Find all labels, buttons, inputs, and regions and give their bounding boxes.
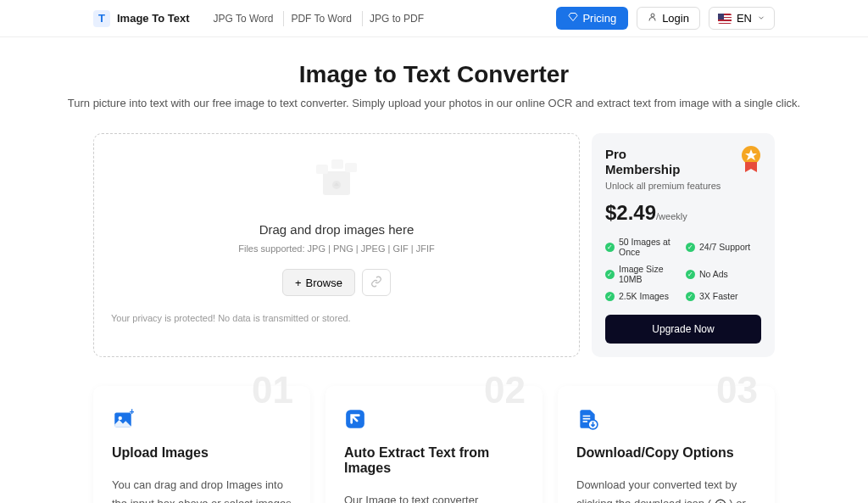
user-icon [648,12,658,25]
svg-text:+: + [130,408,134,416]
check-icon: ✓ [686,270,695,279]
language-selector[interactable]: EN [709,7,775,30]
check-icon: ✓ [605,292,615,301]
step-upload: 01 + Upload Images You can drag and drop… [93,386,310,503]
page-title: Image to Text Converter [0,61,868,88]
logo-text: Image To Text [117,12,189,25]
cursor-extract-icon [344,408,366,430]
svg-rect-6 [331,159,343,169]
plus-icon: + [295,277,302,289]
feature-item: ✓No Ads [686,264,761,284]
feature-item: ✓50 Images at Once [605,237,681,257]
download-inline-icon [715,499,726,503]
flag-icon [718,14,732,24]
login-label: Login [662,12,689,25]
main-row: Drag and drop images here Files supporte… [0,133,868,357]
browse-label: Browse [306,277,342,289]
upload-illustration-icon [311,159,362,202]
membership-price: $2.49/weekly [605,201,761,225]
pricing-label: Pricing [582,12,616,25]
feature-item: ✓2.5K Images [605,291,681,301]
hero: Image to Text Converter Turn picture int… [0,37,868,123]
browse-button[interactable]: + Browse [282,269,355,296]
nav-pdf-to-word[interactable]: PDF To Word [283,11,359,26]
logo-icon: T [93,10,110,27]
step-description: Our Image to text converter automaticall… [344,491,524,503]
membership-subtitle: Unlock all premium features [605,181,761,191]
link-icon [370,276,382,290]
step-description: You can drag and drop Images into the in… [112,476,292,503]
step-title: Download/Copy Options [576,445,756,461]
check-icon: ✓ [686,292,695,301]
step-title: Upload Images [112,445,292,461]
drop-text: Drag and drop images here [111,222,562,237]
page-subtitle: Turn picture into text with our free ima… [0,97,868,109]
feature-item: ✓3X Faster [686,291,761,301]
step-number: 01 [252,369,293,411]
step-download: 03 Download/Copy Options Download your c… [558,386,775,503]
link-button[interactable] [362,269,391,296]
membership-title: Pro Membership [605,147,761,177]
step-title: Auto Extract Text from Images [344,445,524,476]
feature-item: ✓24/7 Support [686,237,761,257]
svg-point-0 [651,14,654,17]
privacy-text: Your privacy is protected! No data is tr… [111,313,562,323]
feature-item: ✓Image Size 10MB [605,264,681,284]
pricing-button[interactable]: Pricing [556,7,628,30]
nav-jpg-to-pdf[interactable]: JPG to PDF [362,11,431,26]
step-number: 02 [484,369,526,411]
feature-list: ✓50 Images at Once ✓24/7 Support ✓Image … [605,237,761,301]
header-left: T Image To Text JPG To Word PDF To Word … [93,10,431,27]
login-button[interactable]: Login [637,7,700,30]
svg-rect-14 [583,418,591,420]
check-icon: ✓ [686,243,695,252]
diamond-icon [568,12,578,25]
nav-links: JPG To Word PDF To Word JPG to PDF [206,11,431,26]
check-icon: ✓ [605,270,615,279]
step-description: Download your converted text by clicking… [576,476,756,503]
svg-rect-13 [583,416,591,417]
upload-buttons: + Browse [111,269,562,296]
header-right: Pricing Login EN [556,7,775,30]
membership-card: Pro Membership Unlock all premium featur… [592,133,775,357]
upgrade-button[interactable]: Upgrade Now [605,315,761,344]
svg-rect-15 [583,421,587,422]
upload-dropzone[interactable]: Drag and drop images here Files supporte… [93,133,580,357]
logo[interactable]: T Image To Text [93,10,189,27]
step-extract: 02 Auto Extract Text from Images Our Ima… [326,386,542,503]
lang-label: EN [737,12,752,25]
formats-text: Files supported: JPG | PNG | JPEG | GIF … [111,243,562,254]
upload-image-icon: + [112,408,134,430]
header: T Image To Text JPG To Word PDF To Word … [0,0,868,37]
steps-row: 01 + Upload Images You can drag and drop… [0,369,868,503]
chevron-down-icon [757,12,765,25]
document-download-icon [576,408,598,430]
svg-point-10 [119,416,122,420]
star-badge-icon [739,145,763,174]
svg-rect-5 [345,163,357,172]
nav-jpg-to-word[interactable]: JPG To Word [206,11,280,26]
svg-rect-4 [316,165,328,174]
step-number: 03 [716,369,758,411]
check-icon: ✓ [605,243,615,252]
